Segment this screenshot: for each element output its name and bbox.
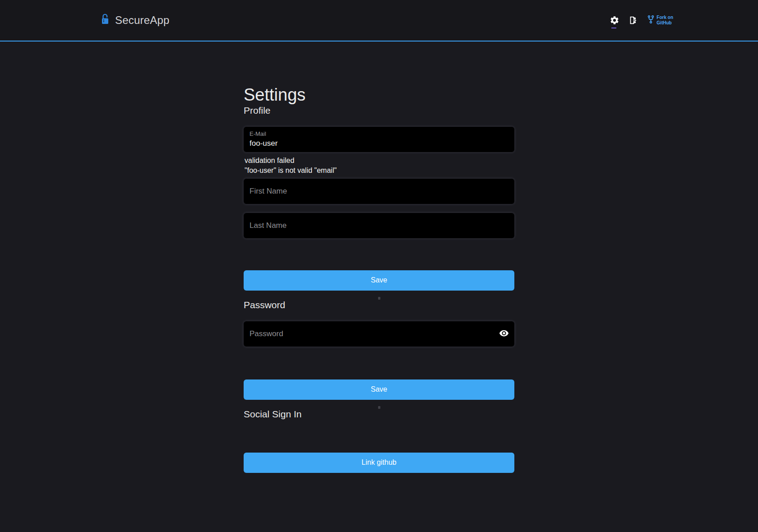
settings-page: Settings Profile E-Mail validation faile…: [244, 85, 514, 473]
logout-icon: [628, 15, 638, 25]
profile-heading: Profile: [244, 105, 514, 116]
error-line-1: validation failed: [245, 156, 514, 166]
app-brand[interactable]: SecureApp: [100, 14, 170, 27]
brand-title: SecureApp: [115, 14, 170, 27]
navbar: SecureApp: [0, 0, 758, 42]
first-name-input[interactable]: [244, 179, 514, 204]
toggle-password-visibility-button[interactable]: [498, 327, 510, 340]
loading-artifact: [378, 297, 380, 300]
password-save-button[interactable]: Save: [244, 379, 514, 400]
active-tab-indicator: [611, 28, 616, 28]
loading-artifact: [378, 406, 380, 409]
lock-icon: [100, 14, 110, 27]
password-input[interactable]: [244, 321, 514, 347]
git-fork-icon: [647, 15, 654, 26]
settings-button[interactable]: [609, 14, 620, 26]
error-line-2: "foo-user" is not valid "email": [245, 166, 514, 176]
last-name-field-wrap: [244, 213, 514, 238]
password-heading: Password: [244, 300, 514, 310]
navbar-actions: Fork on GitHub: [609, 14, 673, 26]
email-validation-error: validation failed "foo-user" is not vali…: [245, 156, 514, 176]
profile-section: Profile E-Mail validation failed "foo-us…: [244, 105, 514, 300]
social-sign-in-section: Social Sign In Link github: [244, 409, 514, 473]
social-sign-in-heading: Social Sign In: [244, 409, 514, 420]
email-field-wrap: E-Mail: [244, 127, 514, 152]
logout-button[interactable]: [627, 14, 639, 26]
profile-save-button[interactable]: Save: [244, 270, 514, 291]
link-github-button[interactable]: Link github: [244, 453, 514, 473]
eye-icon: [499, 328, 509, 339]
email-input[interactable]: [244, 127, 514, 152]
gear-icon: [610, 15, 619, 25]
page-title: Settings: [244, 85, 514, 105]
password-section: Password Save: [244, 300, 514, 409]
last-name-input[interactable]: [244, 213, 514, 238]
fork-link-text: Fork on GitHub: [656, 15, 673, 26]
password-field-wrap: [244, 321, 514, 347]
first-name-field-wrap: [244, 179, 514, 204]
fork-on-github-link[interactable]: Fork on GitHub: [647, 15, 673, 26]
